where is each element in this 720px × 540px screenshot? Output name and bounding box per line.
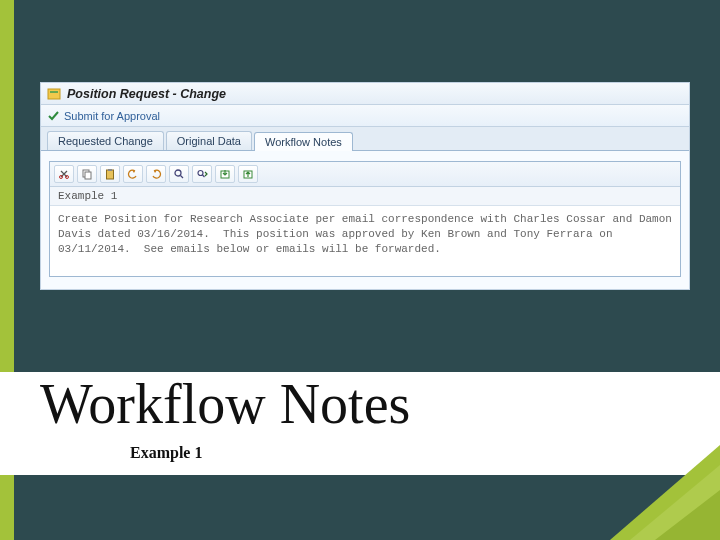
load-button[interactable] [215,165,235,183]
editor-toolbar [50,162,680,187]
tab-strip: Requested Change Original Data Workflow … [41,127,689,151]
window-title: Position Request - Change [67,87,226,101]
paste-button[interactable] [100,165,120,183]
svg-rect-1 [50,91,58,93]
submit-label: Submit for Approval [64,110,160,122]
tab-workflow-notes[interactable]: Workflow Notes [254,132,353,151]
svg-point-8 [175,170,181,176]
find-next-button[interactable] [192,165,212,183]
slide-headline: Workflow Notes [40,372,430,436]
svg-rect-6 [107,170,114,179]
undo-button[interactable] [123,165,143,183]
tab-label: Workflow Notes [265,136,342,148]
notes-editor: Example 1 Create Position for Research A… [49,161,681,277]
editor-subject[interactable]: Example 1 [50,187,680,206]
svg-rect-7 [108,169,112,171]
svg-point-9 [198,171,203,176]
redo-button[interactable] [146,165,166,183]
content-pane: Example 1 Create Position for Research A… [41,151,689,289]
tab-label: Original Data [177,135,241,147]
tab-label: Requested Change [58,135,153,147]
svg-rect-5 [85,172,91,179]
tab-original-data[interactable]: Original Data [166,131,252,150]
app-window: Position Request - Change Submit for App… [40,82,690,290]
cut-button[interactable] [54,165,74,183]
find-button[interactable] [169,165,189,183]
submit-for-approval-link[interactable]: Submit for Approval [47,109,160,122]
slide: Position Request - Change Submit for App… [0,0,720,540]
window-titlebar: Position Request - Change [41,83,689,105]
slide-subhead: Example 1 [130,444,202,462]
svg-rect-0 [48,89,60,99]
approve-icon [47,109,60,122]
tab-requested-change[interactable]: Requested Change [47,131,164,150]
window-icon [47,87,61,101]
save-button[interactable] [238,165,258,183]
copy-button[interactable] [77,165,97,183]
actionbar: Submit for Approval [41,105,689,127]
editor-body[interactable]: Create Position for Research Associate p… [50,206,680,276]
